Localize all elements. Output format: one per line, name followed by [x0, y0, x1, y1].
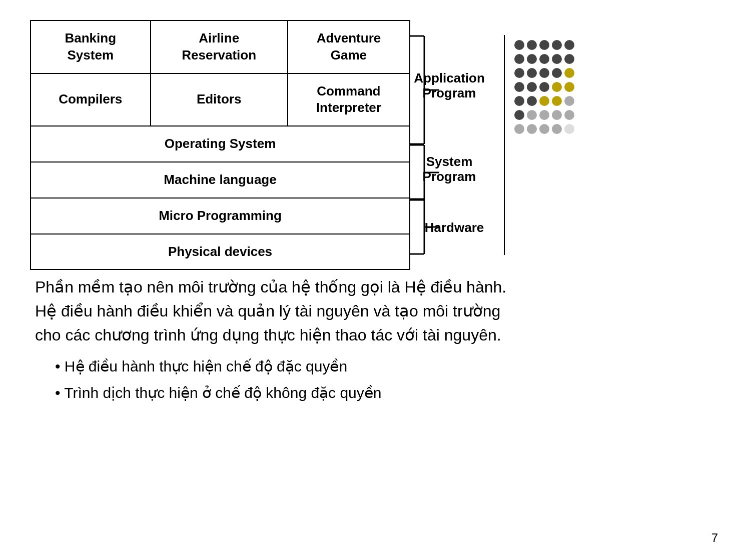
svg-point-12: [514, 54, 524, 64]
svg-point-25: [552, 82, 562, 92]
svg-text:Application: Application: [414, 70, 485, 86]
svg-point-40: [552, 124, 562, 134]
cell-command-interpreter: CommandInterpreter: [288, 74, 410, 126]
svg-point-30: [552, 96, 562, 106]
svg-point-36: [564, 110, 574, 120]
svg-point-16: [564, 54, 574, 64]
cell-editors: Editors: [151, 74, 288, 126]
svg-point-9: [539, 40, 549, 50]
cell-adventure-game: AdventureGame: [288, 20, 410, 74]
svg-point-31: [564, 96, 574, 106]
svg-point-29: [539, 96, 549, 106]
main-paragraph: Phần mềm tạo nên môi trường của hệ thống…: [35, 275, 718, 347]
bullet-item-2: Trình dịch thực hiện ở chế độ không đặc …: [55, 381, 718, 405]
svg-point-37: [514, 124, 524, 134]
left-grid-table: BankingSystem AirlineReservation Adventu…: [30, 20, 410, 270]
cell-banking-system: BankingSystem: [31, 20, 151, 74]
svg-point-33: [527, 110, 537, 120]
cell-compilers: Compilers: [31, 74, 151, 126]
svg-point-11: [564, 40, 574, 50]
svg-point-28: [527, 96, 537, 106]
svg-point-20: [552, 68, 562, 78]
svg-point-8: [527, 40, 537, 50]
svg-text:Hardware: Hardware: [425, 220, 484, 235]
cell-micro-programming: Micro Programming: [31, 198, 410, 234]
svg-point-10: [552, 40, 562, 50]
svg-text:Program: Program: [423, 169, 476, 184]
diagram-wrapper: BankingSystem AirlineReservation Adventu…: [30, 20, 718, 270]
svg-point-18: [527, 68, 537, 78]
svg-text:System: System: [426, 154, 473, 169]
svg-point-22: [514, 82, 524, 92]
cell-airline-reservation: AirlineReservation: [151, 20, 288, 74]
svg-point-21: [564, 68, 574, 78]
svg-point-17: [514, 68, 524, 78]
svg-point-14: [539, 54, 549, 64]
svg-point-26: [564, 82, 574, 92]
svg-text:Program: Program: [423, 86, 476, 100]
svg-point-7: [514, 40, 524, 50]
svg-point-34: [539, 110, 549, 120]
cell-operating-system: Operating System: [31, 126, 410, 162]
svg-point-39: [539, 124, 549, 134]
bullet-list: Hệ điều hành thực hiện chế độ đặc quyền …: [35, 354, 718, 405]
svg-point-41: [564, 124, 574, 134]
bracket-svg: Application Program: [409, 35, 669, 255]
cell-physical-devices: Physical devices: [31, 234, 410, 270]
svg-point-38: [527, 124, 537, 134]
svg-point-19: [539, 68, 549, 78]
bullet-item-1: Hệ điều hành thực hiện chế độ đặc quyền: [55, 354, 718, 378]
svg-point-13: [527, 54, 537, 64]
svg-point-32: [514, 110, 524, 120]
slide-container: BankingSystem AirlineReservation Adventu…: [0, 0, 748, 560]
svg-point-15: [552, 54, 562, 64]
svg-point-35: [552, 110, 562, 120]
page-number: 7: [711, 531, 718, 545]
svg-point-24: [539, 82, 549, 92]
cell-machine-language: Machine language: [31, 162, 410, 198]
text-content: Phần mềm tạo nên môi trường của hệ thống…: [30, 275, 718, 405]
svg-point-27: [514, 96, 524, 106]
svg-point-23: [527, 82, 537, 92]
